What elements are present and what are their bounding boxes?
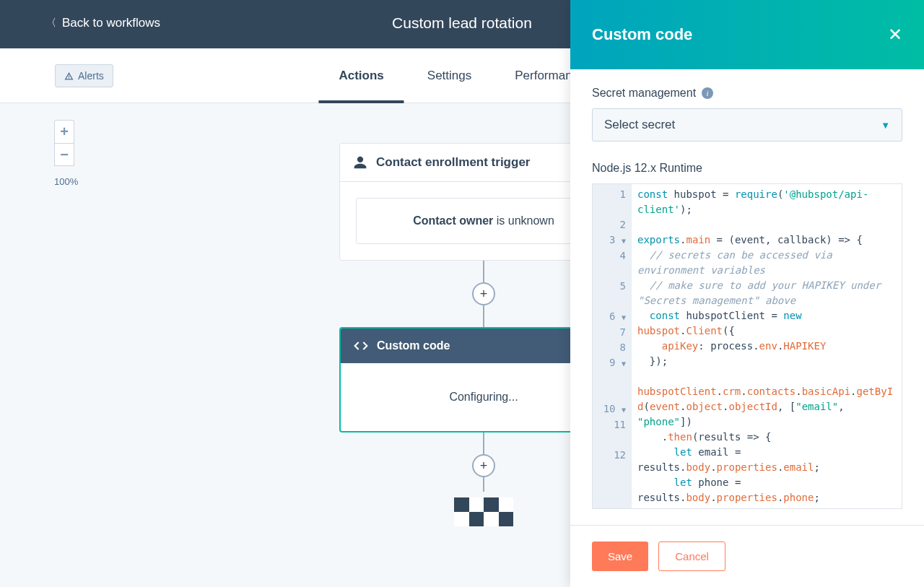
alerts-label: Alerts	[78, 70, 104, 82]
zoom-controls: + − 100%	[54, 120, 78, 187]
zoom-out-button[interactable]: −	[54, 143, 74, 166]
add-action-button[interactable]: +	[472, 454, 495, 477]
connector-line	[483, 432, 484, 454]
custom-code-title: Custom code	[377, 339, 450, 352]
add-action-button[interactable]: +	[472, 282, 495, 305]
select-secret-value: Select secret	[604, 118, 675, 132]
info-icon[interactable]: i	[702, 87, 713, 99]
warning-icon	[64, 71, 74, 81]
select-secret-dropdown[interactable]: Select secret ▼	[592, 108, 902, 142]
panel-header: Custom code ✕	[570, 0, 924, 69]
runtime-label: Node.js 12.x Runtime	[592, 162, 902, 175]
enrollment-title: Contact enrollment trigger	[376, 155, 530, 170]
custom-code-panel: Custom code ✕ Secret management i Select…	[570, 0, 924, 587]
cancel-button[interactable]: Cancel	[658, 542, 725, 571]
connector-line	[483, 477, 484, 492]
tab-settings[interactable]: Settings	[427, 48, 471, 103]
panel-body: Secret management i Select secret ▼ Node…	[570, 69, 924, 525]
connector-line	[483, 261, 484, 282]
panel-title: Custom code	[592, 25, 692, 44]
connector-line	[483, 305, 484, 327]
secret-management-label: Secret management i	[592, 87, 902, 100]
save-button[interactable]: Save	[592, 542, 648, 571]
contact-icon	[353, 155, 367, 170]
zoom-in-button[interactable]: +	[54, 120, 74, 143]
back-to-workflows-link[interactable]: 〈 Back to workflows	[46, 16, 160, 30]
end-marker-icon	[454, 497, 513, 526]
code-icon	[354, 339, 368, 353]
code-content[interactable]: const hubspot = require('@hubspot/api-cl…	[632, 184, 902, 508]
alerts-button[interactable]: Alerts	[55, 64, 113, 87]
close-icon[interactable]: ✕	[888, 25, 902, 45]
tab-actions[interactable]: Actions	[339, 48, 383, 103]
back-label: Back to workflows	[62, 16, 160, 30]
zoom-level: 100%	[54, 176, 78, 187]
chevron-left-icon: 〈	[46, 17, 56, 30]
caret-down-icon: ▼	[881, 120, 890, 131]
code-editor[interactable]: 1 2 3 ▼ 4 5 6 ▼ 7 8 9 ▼ 10 ▼ 11 12 const…	[592, 183, 902, 509]
code-gutter: 1 2 3 ▼ 4 5 6 ▼ 7 8 9 ▼ 10 ▼ 11 12	[593, 184, 632, 508]
panel-footer: Save Cancel	[570, 525, 924, 587]
tab-list: Actions Settings Performance	[339, 48, 585, 103]
page-title: Custom lead rotation	[392, 14, 532, 32]
